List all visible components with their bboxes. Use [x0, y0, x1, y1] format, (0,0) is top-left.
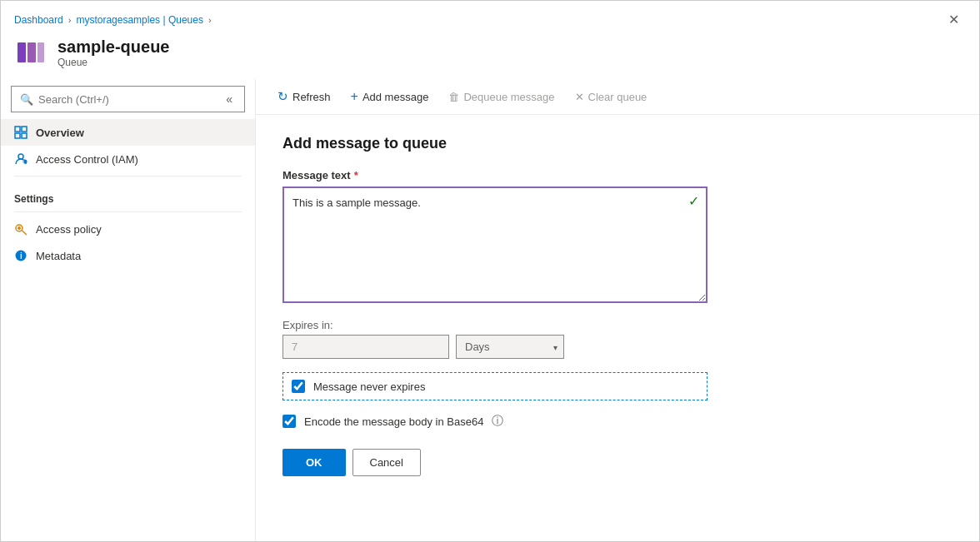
dialog-panel: Add message to queue Message text * This…	[256, 115, 979, 541]
metadata-icon: i	[14, 249, 28, 262]
sidebar-item-overview-label: Overview	[36, 127, 84, 139]
breadcrumb: Dashboard › mystoragesamples | Queues ›	[14, 14, 212, 26]
never-expires-checkbox[interactable]	[292, 380, 305, 393]
svg-point-12	[18, 226, 21, 230]
sidebar-item-metadata-label: Metadata	[36, 250, 81, 262]
breadcrumb-dashboard[interactable]: Dashboard	[14, 14, 63, 26]
breadcrumb-chevron-1: ›	[68, 15, 72, 25]
never-expires-row: Message never expires	[282, 372, 708, 400]
sidebar-item-metadata[interactable]: i Metadata	[1, 242, 255, 269]
svg-rect-2	[38, 42, 44, 62]
top-bar: Dashboard › mystoragesamples | Queues › …	[1, 1, 979, 31]
dequeue-message-button[interactable]: 🗑 Dequeue message	[440, 86, 562, 108]
refresh-icon: ↻	[278, 89, 288, 104]
message-label: Message text *	[282, 169, 952, 181]
expires-row: Days Seconds Minutes Hours Weeks ▾	[282, 335, 952, 359]
collapse-button[interactable]: «	[222, 91, 236, 107]
sidebar-divider	[14, 176, 242, 177]
breadcrumb-chevron-2: ›	[208, 15, 212, 25]
refresh-label: Refresh	[292, 91, 331, 103]
dialog-title: Add message to queue	[282, 135, 952, 152]
page-header: sample-queue Queue	[1, 31, 979, 79]
expires-form-group: Expires in: Days Seconds Minutes Hours W…	[282, 319, 952, 359]
checkmark-icon: ✓	[688, 193, 699, 209]
expires-number-input[interactable]	[282, 335, 449, 359]
never-expires-label[interactable]: Message never expires	[313, 380, 425, 393]
main-window: Dashboard › mystoragesamples | Queues › …	[0, 0, 980, 542]
expires-label: Expires in:	[282, 319, 952, 331]
toolbar: ↻ Refresh + Add message 🗑 Dequeue messag…	[256, 79, 979, 115]
svg-rect-1	[28, 42, 36, 62]
sidebar-item-iam-label: Access Control (IAM)	[36, 153, 138, 166]
add-message-button[interactable]: + Add message	[342, 84, 438, 109]
search-box[interactable]: 🔍 «	[11, 86, 245, 112]
clear-queue-button[interactable]: ✕ Clear queue	[567, 86, 656, 108]
message-textarea[interactable]: This is a sample message.	[282, 186, 708, 303]
clear-icon: ✕	[575, 91, 584, 103]
info-circle-icon[interactable]: ⓘ	[492, 414, 503, 429]
close-button[interactable]: ✕	[942, 10, 966, 30]
add-message-label: Add message	[362, 91, 429, 103]
search-input[interactable]	[38, 93, 218, 106]
add-icon: +	[351, 89, 358, 104]
sidebar-item-iam[interactable]: i Access Control (IAM)	[1, 146, 255, 172]
svg-rect-4	[22, 127, 27, 132]
refresh-button[interactable]: ↻ Refresh	[269, 84, 339, 109]
sidebar-item-access-policy[interactable]: Access policy	[1, 216, 255, 242]
settings-section-label: Settings	[1, 180, 255, 208]
textarea-wrapper: This is a sample message. ✓	[282, 186, 708, 306]
overview-icon	[14, 126, 28, 139]
encode-checkbox[interactable]	[282, 415, 296, 428]
content-area: ↻ Refresh + Add message 🗑 Dequeue messag…	[256, 79, 979, 541]
encode-label[interactable]: Encode the message body in Base64	[304, 415, 483, 428]
dequeue-icon: 🗑	[448, 91, 459, 103]
settings-divider	[14, 211, 242, 212]
sidebar: 🔍 « Overview i A	[1, 79, 256, 541]
button-row: OK Cancel	[282, 449, 952, 476]
expires-unit-wrapper: Days Seconds Minutes Hours Weeks ▾	[456, 335, 564, 359]
page-title-group: sample-queue Queue	[58, 37, 169, 68]
svg-rect-3	[15, 127, 20, 132]
svg-rect-6	[22, 133, 27, 138]
iam-icon: i	[14, 152, 28, 166]
breadcrumb-queues[interactable]: mystoragesamples | Queues	[76, 14, 203, 26]
clear-queue-label: Clear queue	[588, 91, 648, 103]
key-icon	[14, 222, 28, 236]
sidebar-item-overview[interactable]: Overview	[1, 119, 255, 146]
svg-text:i: i	[20, 251, 22, 261]
search-icon: 🔍	[20, 93, 33, 106]
page-subtitle: Queue	[58, 57, 169, 68]
svg-rect-5	[15, 133, 20, 138]
expires-unit-select[interactable]: Days Seconds Minutes Hours Weeks	[456, 335, 564, 359]
encode-row: Encode the message body in Base64 ⓘ	[282, 410, 952, 432]
sidebar-item-access-policy-label: Access policy	[36, 223, 102, 236]
required-indicator: *	[354, 169, 358, 181]
ok-button[interactable]: OK	[282, 449, 346, 476]
cancel-button[interactable]: Cancel	[352, 449, 421, 476]
svg-line-11	[22, 231, 28, 235]
main-layout: 🔍 « Overview i A	[1, 79, 979, 541]
page-title: sample-queue	[58, 37, 169, 57]
dequeue-message-label: Dequeue message	[463, 91, 554, 103]
queue-icon	[14, 36, 48, 69]
svg-rect-0	[18, 42, 26, 62]
message-form-group: Message text * This is a sample message.…	[282, 169, 952, 306]
